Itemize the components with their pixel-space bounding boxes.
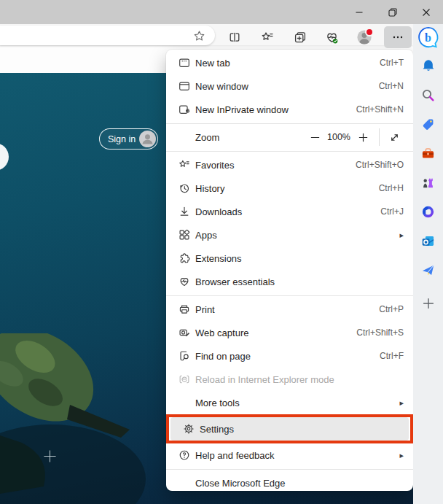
menu-item-label: Favorites bbox=[195, 160, 234, 171]
sidebar-drop-icon[interactable] bbox=[418, 260, 439, 280]
zoom-out-button[interactable] bbox=[305, 128, 324, 147]
submenu-arrow-icon: ▸ bbox=[399, 399, 404, 407]
cropped-overlay-circle bbox=[0, 143, 9, 171]
zoom-in-button[interactable] bbox=[353, 128, 372, 147]
menu-item-label: Settings bbox=[200, 424, 234, 435]
menu-item-print[interactable]: PrintCtrl+P bbox=[166, 298, 413, 321]
add-favorite-star-icon bbox=[192, 29, 206, 43]
sea-turtle bbox=[0, 333, 189, 504]
sidebar-shopping-icon[interactable] bbox=[418, 114, 439, 134]
menu-item-label: Browser essentials bbox=[195, 276, 275, 287]
menu-item-icon-empty bbox=[178, 396, 191, 409]
menu-item-shortcut: Ctrl+N bbox=[379, 81, 404, 91]
print-icon bbox=[178, 303, 191, 316]
svg-text:b: b bbox=[425, 31, 431, 44]
settings-and-more-button[interactable] bbox=[384, 26, 412, 48]
title-bar bbox=[0, 0, 443, 24]
profile-button[interactable] bbox=[353, 26, 375, 48]
menu-item-more-tools[interactable]: More tools▸ bbox=[166, 391, 413, 414]
web-capture-icon bbox=[178, 326, 191, 339]
downloads-icon bbox=[178, 205, 191, 218]
new-window-icon bbox=[178, 80, 191, 93]
sidebar-bing-chat-icon[interactable]: b bbox=[416, 25, 441, 50]
favorites-icon bbox=[178, 158, 191, 171]
menu-item-new-tab[interactable]: New tabCtrl+T bbox=[166, 51, 413, 74]
sidebar-games-icon[interactable] bbox=[418, 172, 439, 193]
zoom-value: 100% bbox=[324, 132, 353, 142]
menu-item-history[interactable]: HistoryCtrl+H bbox=[166, 177, 413, 200]
sidebar-tools-icon[interactable] bbox=[418, 143, 439, 163]
menu-item-label: More tools bbox=[195, 398, 240, 408]
menu-item-icon-empty bbox=[178, 476, 191, 489]
minimize-icon bbox=[353, 7, 365, 18]
sign-in-avatar-icon bbox=[139, 131, 156, 147]
menu-item-help-and-feedback[interactable]: Help and feedback▸ bbox=[166, 443, 413, 467]
menu-item-favorites[interactable]: FavoritesCtrl+Shift+O bbox=[166, 153, 413, 177]
history-icon bbox=[178, 182, 191, 195]
menu-item-shortcut: Ctrl+F bbox=[380, 351, 404, 361]
fullscreen-button[interactable] bbox=[385, 128, 404, 147]
close-icon bbox=[420, 7, 432, 18]
collections-button[interactable] bbox=[289, 26, 311, 48]
close-button[interactable] bbox=[409, 0, 443, 24]
menu-item-shortcut: Ctrl+P bbox=[379, 304, 404, 314]
sidebar-add-icon[interactable] bbox=[418, 293, 439, 314]
menu-item-shortcut: Ctrl+H bbox=[379, 183, 404, 193]
inprivate-icon bbox=[178, 103, 191, 116]
sidebar-outlook-icon[interactable] bbox=[418, 230, 439, 251]
sidebar-microsoft-365-icon[interactable] bbox=[418, 201, 439, 222]
menu-item-extensions[interactable]: Extensions bbox=[166, 247, 413, 270]
new-tab-icon bbox=[178, 56, 191, 69]
menu-item-zoom: Zoom 100% bbox=[166, 125, 413, 149]
settings-highlight-annotation: Settings bbox=[166, 414, 413, 443]
add-favorite-button[interactable] bbox=[188, 25, 210, 47]
sidebar-search-icon[interactable] bbox=[418, 85, 439, 105]
menu-item-label: Find on page bbox=[195, 351, 251, 362]
menu-item-label: New tab bbox=[195, 58, 230, 69]
sign-in-button[interactable]: Sign in bbox=[99, 128, 158, 150]
split-screen-icon bbox=[227, 30, 242, 44]
menu-item-label: Web capture bbox=[195, 327, 248, 338]
settings-icon bbox=[182, 422, 195, 435]
menu-item-downloads[interactable]: DownloadsCtrl+J bbox=[166, 200, 413, 223]
favorites-button[interactable] bbox=[256, 26, 278, 48]
browser-toolbar bbox=[0, 24, 413, 45]
menu-item-settings[interactable]: Settings bbox=[170, 417, 409, 441]
crosshair-mark bbox=[43, 449, 57, 463]
favorites-icon bbox=[260, 30, 275, 44]
apps-icon bbox=[178, 228, 191, 241]
minimize-button[interactable] bbox=[342, 0, 376, 24]
profile-notification-badge bbox=[365, 28, 374, 36]
restore-button[interactable] bbox=[376, 0, 409, 24]
menu-item-label: Close Microsoft Edge bbox=[195, 478, 286, 489]
menu-item-close-microsoft-edge[interactable]: Close Microsoft Edge bbox=[166, 471, 413, 491]
collections-icon bbox=[293, 30, 307, 44]
menu-item-shortcut: Ctrl+Shift+S bbox=[356, 327, 404, 338]
browser-essentials-button[interactable] bbox=[321, 26, 342, 48]
menu-item-browser-essentials[interactable]: Browser essentials bbox=[166, 270, 413, 293]
menu-item-shortcut: Ctrl+Shift+O bbox=[356, 160, 404, 170]
ie-icon bbox=[178, 373, 191, 386]
menu-item-find-on-page[interactable]: Find on pageCtrl+F bbox=[166, 344, 413, 368]
essentials-icon bbox=[178, 275, 191, 288]
edge-sidebar: b bbox=[413, 24, 443, 504]
menu-item-label: New InPrivate window bbox=[195, 104, 289, 115]
menu-item-new-inprivate-window[interactable]: New InPrivate windowCtrl+Shift+N bbox=[166, 98, 413, 121]
menu-item-reload-in-internet-explorer-mode: Reload in Internet Explorer mode bbox=[166, 368, 413, 391]
menu-item-new-window[interactable]: New windowCtrl+N bbox=[166, 74, 413, 98]
menu-item-label: Extensions bbox=[195, 253, 242, 264]
sidebar-notifications-icon[interactable] bbox=[418, 55, 439, 76]
menu-item-shortcut: Ctrl+T bbox=[380, 58, 404, 68]
menu-item-label: Apps bbox=[195, 230, 217, 241]
sign-in-label: Sign in bbox=[108, 134, 136, 144]
menu-item-web-capture[interactable]: Web captureCtrl+Shift+S bbox=[166, 321, 413, 344]
help-icon bbox=[178, 449, 191, 462]
submenu-arrow-icon: ▸ bbox=[399, 231, 404, 239]
restore-icon bbox=[387, 7, 399, 18]
edge-browser-window: Sign in New tabCtrl+TNew windowCtrl+NNew… bbox=[0, 0, 443, 504]
split-screen-button[interactable] bbox=[224, 26, 246, 48]
extensions-icon bbox=[178, 252, 191, 265]
address-bar[interactable] bbox=[0, 26, 215, 45]
menu-item-apps[interactable]: Apps▸ bbox=[166, 223, 413, 247]
find-icon bbox=[178, 349, 191, 363]
